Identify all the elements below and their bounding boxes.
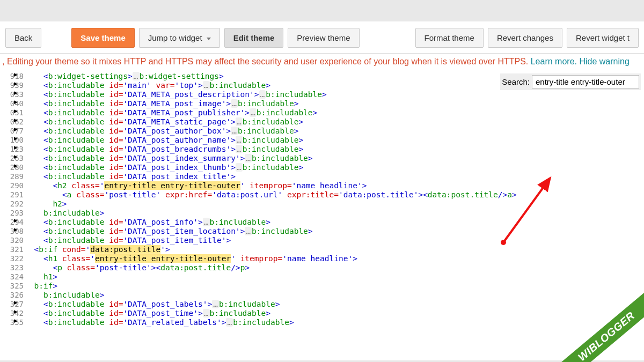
search-input[interactable] — [532, 75, 639, 88]
hide-warning-link[interactable]: Hide warning — [577, 57, 630, 66]
revert-changes-button[interactable]: Revert changes — [488, 28, 562, 48]
back-button[interactable]: Back — [5, 28, 41, 48]
code-editor[interactable]: 9189390330400510620771001232632802892902… — [0, 71, 644, 360]
learn-more-link[interactable]: Learn more. — [531, 57, 577, 66]
line-gutter: 9189390330400510620771001232632802892902… — [0, 71, 25, 327]
code-content[interactable]: <b:widget-settings>…b:widget-settings> <… — [25, 72, 517, 81]
save-theme-button[interactable]: Save theme — [71, 28, 134, 48]
https-warning: , Editing your theme so it mixes HTTP an… — [0, 54, 644, 71]
preview-theme-button[interactable]: Preview theme — [288, 28, 359, 48]
search-bar: Search: — [500, 73, 641, 90]
chevron-down-icon — [207, 38, 211, 40]
toolbar: Back Save theme Jump to widget Edit them… — [0, 21, 644, 54]
search-label: Search: — [502, 77, 530, 86]
format-theme-button[interactable]: Format theme — [415, 28, 484, 48]
jump-to-widget-button[interactable]: Jump to widget — [139, 28, 220, 48]
revert-widget-button[interactable]: Revert widget t — [567, 28, 639, 48]
edit-theme-button[interactable]: Edit theme — [224, 28, 284, 48]
